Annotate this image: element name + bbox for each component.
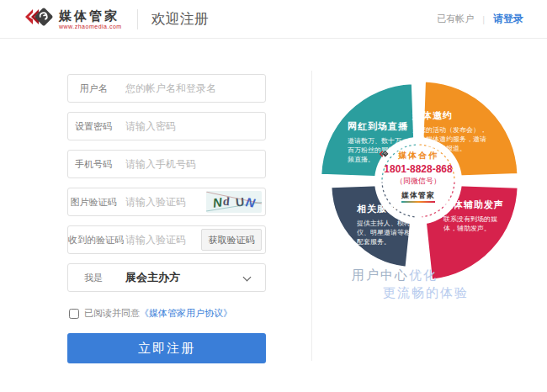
tagline-line2: 更流畅的体验 <box>383 285 469 301</box>
get-sms-code-button[interactable]: 获取验证码 <box>201 229 262 251</box>
main-content: 用户名 设置密码 手机号码 图片验证码 N d U N 收到的验证码 <box>0 39 547 392</box>
donut-chart-svg <box>318 76 528 294</box>
header: 媒体管家 www.zhaomedia.com 欢迎注册 已有帐户 | 请登录 <box>0 0 547 39</box>
role-select-row[interactable]: 我是 展会主办方 <box>67 263 266 292</box>
image-captcha-field-row: 图片验证码 N d U N <box>67 188 266 216</box>
sms-code-field-row: 收到的验证码 获取验证码 <box>67 225 266 254</box>
role-selected-value: 展会主办方 <box>125 270 180 285</box>
brand-logo[interactable]: 媒体管家 www.zhaomedia.com <box>24 6 122 33</box>
captcha-image[interactable]: N d U N <box>206 191 262 213</box>
phone-field-row: 手机号码 <box>67 150 266 178</box>
user-agreement-link[interactable]: 《媒体管家用户协议》 <box>140 307 232 320</box>
login-link[interactable]: 请登录 <box>493 12 523 26</box>
phone-input[interactable] <box>125 158 265 170</box>
password-field-row: 设置密码 <box>67 112 266 140</box>
tagline-line1: 用户中心优化 <box>352 268 438 283</box>
image-captcha-label: 图片验证码 <box>68 196 119 209</box>
existing-account-hint: 已有帐户 <box>437 13 474 25</box>
captcha-char: N <box>245 194 257 210</box>
username-field-row: 用户名 <box>67 74 266 103</box>
header-separator: | <box>482 14 485 24</box>
page-title: 欢迎注册 <box>151 9 209 29</box>
username-input[interactable] <box>125 82 265 94</box>
brand-name: 媒体管家 <box>59 9 122 22</box>
captcha-char: d <box>222 195 230 209</box>
sms-code-label: 收到的验证码 <box>68 234 119 246</box>
password-input[interactable] <box>125 120 265 132</box>
agreement-checkbox[interactable] <box>69 309 79 319</box>
captcha-char: U <box>235 195 244 209</box>
chart-center-circle <box>374 137 462 225</box>
password-label: 设置密码 <box>68 120 119 133</box>
header-divider <box>137 9 138 29</box>
chevron-down-icon <box>243 273 252 282</box>
role-label: 我是 <box>68 272 119 284</box>
services-donut-chart: 网红到场直播 邀请数万、数十万、数百万粉丝的网红到场视频直播。 媒体邀约 为您的… <box>318 76 528 294</box>
brand-logo-icon <box>24 6 54 33</box>
register-form: 用户名 设置密码 手机号码 图片验证码 N d U N 收到的验证码 <box>67 74 266 363</box>
agreement-row: 已阅读并同意 《媒体管家用户协议》 <box>69 307 266 320</box>
username-label: 用户名 <box>68 82 119 95</box>
brand-url: www.zhaomedia.com <box>59 24 122 29</box>
vertical-divider <box>311 71 312 361</box>
agreement-text: 已阅读并同意 <box>84 307 140 320</box>
register-submit-button[interactable]: 立即注册 <box>67 333 266 363</box>
phone-label: 手机号码 <box>68 158 119 171</box>
captcha-char: N <box>212 194 223 209</box>
